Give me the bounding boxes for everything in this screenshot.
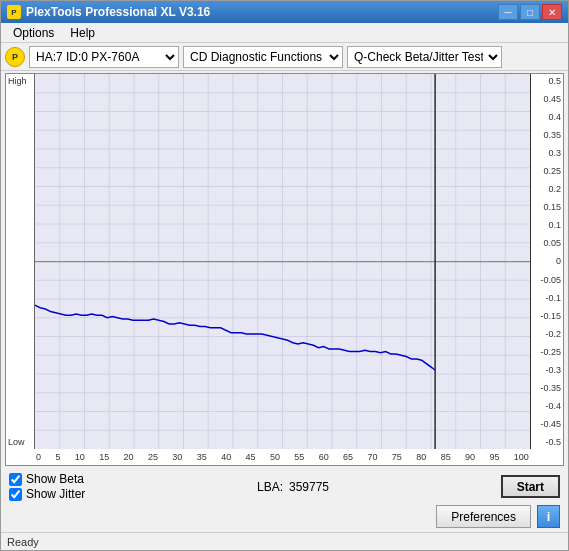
- status-text: Ready: [7, 536, 39, 548]
- chart-container: High Low 0.5 0.45 0.4 0.35 0.3 0.25 0.2 …: [5, 73, 564, 466]
- y-axis-right: 0.5 0.45 0.4 0.35 0.3 0.25 0.2 0.15 0.1 …: [531, 74, 563, 449]
- chart-svg: [35, 74, 530, 449]
- menu-item-help[interactable]: Help: [62, 24, 103, 42]
- window-title: PlexTools Professional XL V3.16: [26, 5, 498, 19]
- menu-bar: Options Help: [1, 23, 568, 43]
- low-label: Low: [8, 437, 25, 447]
- show-jitter-checkbox[interactable]: [9, 488, 22, 501]
- show-beta-label: Show Beta: [26, 472, 84, 486]
- show-jitter-item: Show Jitter: [9, 487, 85, 501]
- show-beta-item: Show Beta: [9, 472, 85, 486]
- chart-area: High Low 0.5 0.45 0.4 0.35 0.3 0.25 0.2 …: [1, 71, 568, 468]
- x-axis-labels: 0 5 10 15 20 25 30 35 40 45 50 55 60 65 …: [34, 449, 531, 465]
- start-button[interactable]: Start: [501, 475, 560, 498]
- drive-select[interactable]: HA:7 ID:0 PX-760A: [29, 46, 179, 68]
- lba-value: 359775: [289, 480, 329, 494]
- right-controls: Start: [501, 475, 560, 498]
- bottom-controls: Show Beta Show Jitter LBA: 359775 Start: [1, 468, 568, 505]
- show-beta-checkbox[interactable]: [9, 473, 22, 486]
- window-controls: ─ □ ✕: [498, 4, 562, 20]
- main-window: P PlexTools Professional XL V3.16 ─ □ ✕ …: [0, 0, 569, 551]
- info-button[interactable]: i: [537, 505, 560, 528]
- high-label: High: [8, 76, 27, 86]
- minimize-button[interactable]: ─: [498, 4, 518, 20]
- left-controls: Show Beta Show Jitter: [9, 472, 85, 501]
- status-bar: Ready: [1, 532, 568, 550]
- drive-icon: P: [5, 47, 25, 67]
- lba-display: LBA: 359775: [257, 480, 329, 494]
- maximize-button[interactable]: □: [520, 4, 540, 20]
- function-select[interactable]: CD Diagnostic Functions: [183, 46, 343, 68]
- title-bar: P PlexTools Professional XL V3.16 ─ □ ✕: [1, 1, 568, 23]
- app-icon: P: [7, 5, 21, 19]
- chart-plot: [34, 74, 531, 449]
- lba-label: LBA:: [257, 480, 283, 494]
- menu-item-options[interactable]: Options: [5, 24, 62, 42]
- preferences-row: Preferences i: [1, 505, 568, 532]
- show-jitter-label: Show Jitter: [26, 487, 85, 501]
- preferences-button[interactable]: Preferences: [436, 505, 531, 528]
- toolbar: P HA:7 ID:0 PX-760A CD Diagnostic Functi…: [1, 43, 568, 71]
- test-select[interactable]: Q-Check Beta/Jitter Test: [347, 46, 502, 68]
- close-button[interactable]: ✕: [542, 4, 562, 20]
